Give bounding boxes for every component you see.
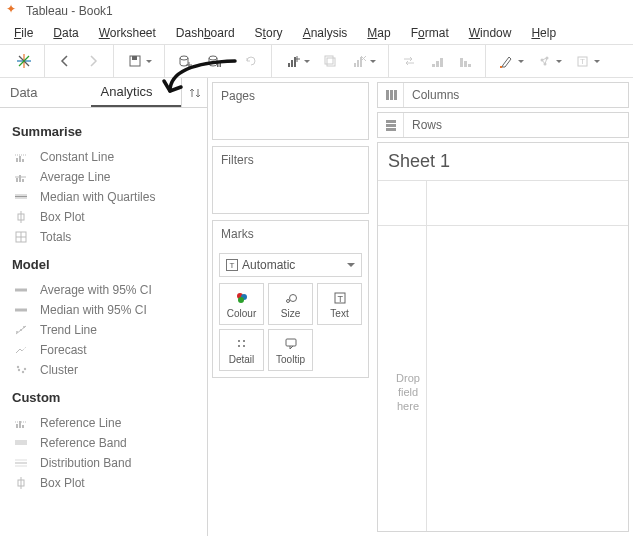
highlight-button[interactable] bbox=[492, 47, 530, 75]
save-button[interactable] bbox=[120, 47, 158, 75]
rows-shelf[interactable]: Rows bbox=[377, 112, 629, 138]
swap-rows-cols-button[interactable] bbox=[395, 47, 423, 75]
menu-file[interactable]: File bbox=[4, 24, 43, 42]
canvas-horizontal-guide bbox=[378, 225, 628, 226]
new-data-source-button[interactable] bbox=[171, 47, 199, 75]
tableau-logo-icon bbox=[6, 4, 20, 18]
tab-analytics[interactable]: Analytics bbox=[91, 78, 182, 107]
analytics-avg-95ci[interactable]: Average with 95% CI bbox=[8, 280, 199, 300]
pause-auto-updates-button[interactable] bbox=[199, 47, 237, 75]
svg-point-9 bbox=[209, 56, 217, 60]
svg-point-75 bbox=[286, 299, 289, 302]
svg-rect-10 bbox=[217, 62, 219, 67]
menu-window[interactable]: Window bbox=[459, 24, 522, 42]
svg-point-76 bbox=[289, 294, 296, 301]
analytics-forecast[interactable]: Forecast bbox=[8, 340, 199, 360]
svg-rect-88 bbox=[386, 124, 396, 127]
menu-analysis[interactable]: Analysis bbox=[293, 24, 358, 42]
svg-text:T: T bbox=[337, 294, 343, 304]
menu-bar: File Data Worksheet Dashboard Story Anal… bbox=[0, 22, 633, 44]
new-worksheet-button[interactable] bbox=[278, 47, 316, 75]
side-pane: Data Analytics Summarise Constant Line A… bbox=[0, 78, 208, 536]
sort-pane-icon[interactable] bbox=[181, 78, 207, 107]
duplicate-sheet-button[interactable] bbox=[316, 47, 344, 75]
svg-rect-20 bbox=[357, 60, 359, 67]
menu-help[interactable]: Help bbox=[521, 24, 566, 42]
analytics-ref-band[interactable]: Reference Band bbox=[8, 433, 199, 453]
svg-rect-64 bbox=[22, 425, 24, 428]
analytics-dist-band[interactable]: Distribution Band bbox=[8, 453, 199, 473]
analytics-median-95ci[interactable]: Median with 95% CI bbox=[8, 300, 199, 320]
marks-colour-button[interactable]: Colour bbox=[219, 283, 264, 325]
svg-rect-84 bbox=[386, 90, 389, 100]
svg-rect-17 bbox=[325, 56, 333, 64]
clear-sheet-button[interactable] bbox=[344, 47, 382, 75]
window-title-bar: Tableau - Book1 bbox=[0, 0, 633, 22]
svg-point-55 bbox=[16, 331, 18, 333]
pages-shelf[interactable]: Pages bbox=[212, 82, 369, 140]
worksheet-canvas[interactable]: Sheet 1 Drop field here bbox=[377, 142, 629, 532]
analytics-trend-line[interactable]: Trend Line bbox=[8, 320, 199, 340]
analytics-box-plot[interactable]: Box Plot bbox=[8, 207, 199, 227]
svg-rect-11 bbox=[219, 62, 221, 67]
columns-icon bbox=[378, 83, 404, 107]
menu-worksheet[interactable]: Worksheet bbox=[89, 24, 166, 42]
tab-data[interactable]: Data bbox=[0, 78, 91, 107]
menu-map[interactable]: Map bbox=[357, 24, 400, 42]
summarise-header: Summarise bbox=[8, 114, 199, 147]
svg-rect-18 bbox=[327, 58, 335, 66]
sort-desc-button[interactable] bbox=[451, 47, 479, 75]
menu-data[interactable]: Data bbox=[43, 24, 88, 42]
ref-band-icon bbox=[12, 436, 30, 450]
svg-rect-5 bbox=[132, 56, 137, 60]
svg-rect-68 bbox=[15, 462, 27, 464]
marks-detail-button[interactable]: Detail bbox=[219, 329, 264, 371]
svg-rect-42 bbox=[22, 179, 24, 182]
tableau-start-icon[interactable] bbox=[10, 47, 38, 75]
filters-shelf[interactable]: Filters bbox=[212, 146, 369, 214]
custom-header: Custom bbox=[8, 380, 199, 413]
avg-ci-icon bbox=[12, 283, 30, 297]
show-mark-labels-button[interactable]: T bbox=[568, 47, 606, 75]
svg-point-79 bbox=[238, 340, 240, 342]
columns-shelf[interactable]: Columns bbox=[377, 82, 629, 108]
menu-format[interactable]: Format bbox=[401, 24, 459, 42]
group-button[interactable] bbox=[530, 47, 568, 75]
menu-story[interactable]: Story bbox=[245, 24, 293, 42]
text-icon: T bbox=[333, 290, 347, 306]
analytics-cluster[interactable]: Cluster bbox=[8, 360, 199, 380]
analytics-constant-line[interactable]: Constant Line bbox=[8, 147, 199, 167]
detail-icon bbox=[235, 336, 249, 352]
columns-shelf-label: Columns bbox=[404, 88, 467, 102]
svg-rect-66 bbox=[15, 440, 27, 445]
svg-rect-12 bbox=[288, 63, 290, 67]
analytics-totals[interactable]: Totals bbox=[8, 227, 199, 247]
svg-point-58 bbox=[17, 366, 19, 368]
marks-card-title: Marks bbox=[213, 221, 368, 247]
marks-tooltip-button[interactable]: Tooltip bbox=[268, 329, 313, 371]
analytics-ref-line[interactable]: Reference Line bbox=[8, 413, 199, 433]
analytics-custom-box-plot[interactable]: Box Plot bbox=[8, 473, 199, 493]
marks-size-button[interactable]: Size bbox=[268, 283, 313, 325]
constant-line-icon bbox=[12, 150, 30, 164]
svg-rect-28 bbox=[464, 61, 467, 67]
toolbar: T bbox=[0, 44, 633, 78]
svg-point-81 bbox=[238, 345, 240, 347]
analytics-average-line[interactable]: Average Line bbox=[8, 167, 199, 187]
sort-asc-button[interactable] bbox=[423, 47, 451, 75]
ref-line-icon bbox=[12, 416, 30, 430]
svg-rect-87 bbox=[386, 120, 396, 123]
back-button[interactable] bbox=[51, 47, 79, 75]
rows-shelf-label: Rows bbox=[404, 118, 450, 132]
canvas-vertical-guide bbox=[426, 181, 427, 531]
mark-type-dropdown[interactable]: TAutomatic bbox=[219, 253, 362, 277]
svg-rect-67 bbox=[15, 459, 27, 461]
forward-button[interactable] bbox=[79, 47, 107, 75]
refresh-data-button[interactable] bbox=[237, 47, 265, 75]
analytics-median-quartiles[interactable]: Median with Quartiles bbox=[8, 187, 199, 207]
sheet-title[interactable]: Sheet 1 bbox=[378, 143, 628, 180]
svg-rect-29 bbox=[468, 64, 471, 67]
menu-dashboard[interactable]: Dashboard bbox=[166, 24, 245, 42]
svg-rect-25 bbox=[436, 61, 439, 67]
marks-text-button[interactable]: TText bbox=[317, 283, 362, 325]
